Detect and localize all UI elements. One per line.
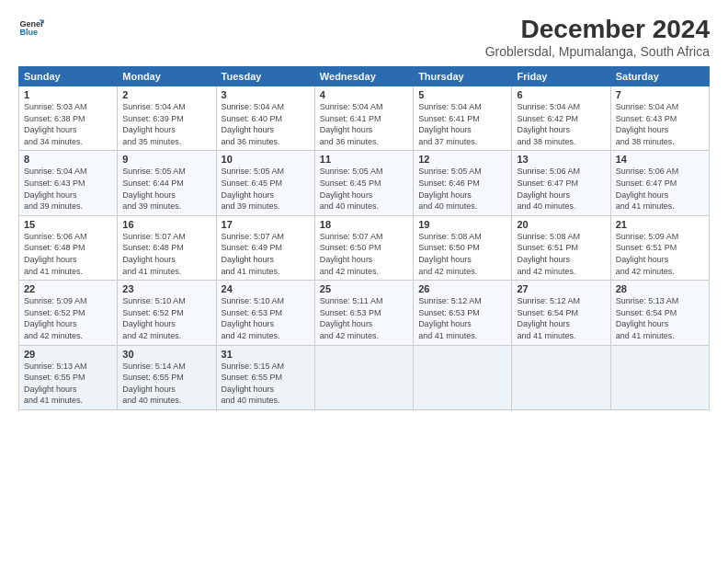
calendar-cell: 19 Sunrise: 5:08 AMSunset: 6:50 PMDaylig…: [414, 215, 512, 280]
table-row: 8 Sunrise: 5:04 AMSunset: 6:43 PMDayligh…: [19, 151, 710, 215]
calendar-cell: 21 Sunrise: 5:09 AMSunset: 6:51 PMDaylig…: [610, 215, 709, 280]
calendar-cell: 18 Sunrise: 5:07 AMSunset: 6:50 PMDaylig…: [314, 215, 413, 280]
calendar-cell: 24 Sunrise: 5:10 AMSunset: 6:53 PMDaylig…: [216, 281, 314, 345]
day-number: 14: [616, 154, 704, 165]
day-number: 7: [616, 89, 704, 100]
day-number: 25: [320, 283, 408, 294]
day-number: 8: [24, 154, 112, 165]
day-info: Sunrise: 5:14 AMSunset: 6:55 PMDaylight …: [122, 362, 186, 406]
day-number: 30: [122, 349, 210, 360]
table-row: 15 Sunrise: 5:06 AMSunset: 6:48 PMDaylig…: [19, 215, 710, 280]
day-number: 11: [320, 154, 408, 165]
day-number: 13: [517, 154, 605, 165]
calendar-cell: [512, 345, 610, 409]
calendar-cell: 20 Sunrise: 5:08 AMSunset: 6:51 PMDaylig…: [512, 215, 610, 280]
day-number: 17: [222, 219, 310, 230]
col-friday: Friday: [512, 67, 610, 86]
calendar-cell: 4 Sunrise: 5:04 AMSunset: 6:41 PMDayligh…: [314, 86, 413, 151]
day-number: 21: [616, 219, 704, 230]
calendar-cell: 27 Sunrise: 5:12 AMSunset: 6:54 PMDaylig…: [512, 281, 610, 345]
day-info: Sunrise: 5:06 AMSunset: 6:47 PMDaylight …: [517, 167, 580, 211]
day-info: Sunrise: 5:12 AMSunset: 6:54 PMDaylight …: [517, 296, 580, 340]
day-info: Sunrise: 5:04 AMSunset: 6:43 PMDaylight …: [24, 167, 87, 211]
col-thursday: Thursday: [414, 67, 512, 86]
calendar-cell: 10 Sunrise: 5:05 AMSunset: 6:45 PMDaylig…: [216, 151, 314, 215]
calendar-cell: 15 Sunrise: 5:06 AMSunset: 6:48 PMDaylig…: [19, 215, 118, 280]
calendar-cell: 2 Sunrise: 5:04 AMSunset: 6:39 PMDayligh…: [118, 86, 216, 151]
calendar-cell: 14 Sunrise: 5:06 AMSunset: 6:47 PMDaylig…: [610, 151, 709, 215]
day-info: Sunrise: 5:04 AMSunset: 6:41 PMDaylight …: [320, 102, 383, 146]
day-info: Sunrise: 5:13 AMSunset: 6:54 PMDaylight …: [616, 296, 679, 340]
day-number: 5: [418, 89, 506, 100]
day-info: Sunrise: 5:04 AMSunset: 6:43 PMDaylight …: [616, 102, 679, 146]
day-info: Sunrise: 5:09 AMSunset: 6:52 PMDaylight …: [24, 296, 87, 340]
calendar-cell: 23 Sunrise: 5:10 AMSunset: 6:52 PMDaylig…: [118, 281, 216, 345]
day-info: Sunrise: 5:07 AMSunset: 6:50 PMDaylight …: [320, 232, 383, 276]
calendar-cell: 13 Sunrise: 5:06 AMSunset: 6:47 PMDaylig…: [512, 151, 610, 215]
day-number: 28: [616, 283, 704, 294]
day-info: Sunrise: 5:08 AMSunset: 6:50 PMDaylight …: [418, 232, 482, 276]
calendar-cell: 29 Sunrise: 5:13 AMSunset: 6:55 PMDaylig…: [19, 345, 118, 409]
day-info: Sunrise: 5:12 AMSunset: 6:53 PMDaylight …: [418, 296, 482, 340]
title-block: December 2024 Groblersdal, Mpumalanga, S…: [485, 15, 710, 59]
calendar-cell: 28 Sunrise: 5:13 AMSunset: 6:54 PMDaylig…: [610, 281, 709, 345]
day-number: 10: [222, 154, 310, 165]
calendar-cell: 22 Sunrise: 5:09 AMSunset: 6:52 PMDaylig…: [19, 281, 118, 345]
calendar-cell: [314, 345, 413, 409]
day-info: Sunrise: 5:06 AMSunset: 6:48 PMDaylight …: [24, 232, 87, 276]
day-info: Sunrise: 5:08 AMSunset: 6:51 PMDaylight …: [517, 232, 580, 276]
day-info: Sunrise: 5:07 AMSunset: 6:48 PMDaylight …: [122, 232, 186, 276]
calendar-cell: 7 Sunrise: 5:04 AMSunset: 6:43 PMDayligh…: [610, 86, 709, 151]
day-info: Sunrise: 5:13 AMSunset: 6:55 PMDaylight …: [24, 362, 87, 406]
day-info: Sunrise: 5:07 AMSunset: 6:49 PMDaylight …: [222, 232, 285, 276]
calendar-cell: 3 Sunrise: 5:04 AMSunset: 6:40 PMDayligh…: [216, 86, 314, 151]
calendar-cell: 11 Sunrise: 5:05 AMSunset: 6:45 PMDaylig…: [314, 151, 413, 215]
col-wednesday: Wednesday: [314, 67, 413, 86]
day-number: 19: [418, 219, 506, 230]
calendar-cell: [610, 345, 709, 409]
day-info: Sunrise: 5:10 AMSunset: 6:52 PMDaylight …: [122, 296, 186, 340]
day-number: 27: [517, 283, 605, 294]
calendar-cell: 31 Sunrise: 5:15 AMSunset: 6:55 PMDaylig…: [216, 345, 314, 409]
day-number: 1: [24, 89, 112, 100]
day-number: 12: [418, 154, 506, 165]
day-number: 31: [222, 349, 310, 360]
day-number: 22: [24, 283, 112, 294]
calendar-cell: 6 Sunrise: 5:04 AMSunset: 6:42 PMDayligh…: [512, 86, 610, 151]
calendar-cell: 5 Sunrise: 5:04 AMSunset: 6:41 PMDayligh…: [414, 86, 512, 151]
page: General Blue December 2024 Groblersdal, …: [0, 0, 728, 563]
day-number: 2: [122, 89, 210, 100]
day-number: 23: [122, 283, 210, 294]
calendar-table: Sunday Monday Tuesday Wednesday Thursday…: [18, 66, 710, 410]
calendar-cell: 30 Sunrise: 5:14 AMSunset: 6:55 PMDaylig…: [118, 345, 216, 409]
day-info: Sunrise: 5:04 AMSunset: 6:42 PMDaylight …: [517, 102, 580, 146]
svg-text:Blue: Blue: [19, 28, 38, 37]
col-sunday: Sunday: [19, 67, 118, 86]
table-row: 29 Sunrise: 5:13 AMSunset: 6:55 PMDaylig…: [19, 345, 710, 409]
page-title: December 2024: [485, 15, 710, 44]
day-info: Sunrise: 5:05 AMSunset: 6:44 PMDaylight …: [122, 167, 186, 211]
day-info: Sunrise: 5:05 AMSunset: 6:46 PMDaylight …: [418, 167, 482, 211]
col-monday: Monday: [118, 67, 216, 86]
day-number: 3: [222, 89, 310, 100]
day-number: 18: [320, 219, 408, 230]
table-row: 22 Sunrise: 5:09 AMSunset: 6:52 PMDaylig…: [19, 281, 710, 345]
calendar-cell: 8 Sunrise: 5:04 AMSunset: 6:43 PMDayligh…: [19, 151, 118, 215]
page-subtitle: Groblersdal, Mpumalanga, South Africa: [485, 44, 710, 59]
header-row: Sunday Monday Tuesday Wednesday Thursday…: [19, 67, 710, 86]
day-info: Sunrise: 5:04 AMSunset: 6:41 PMDaylight …: [418, 102, 482, 146]
col-tuesday: Tuesday: [216, 67, 314, 86]
calendar-cell: 26 Sunrise: 5:12 AMSunset: 6:53 PMDaylig…: [414, 281, 512, 345]
calendar-cell: 25 Sunrise: 5:11 AMSunset: 6:53 PMDaylig…: [314, 281, 413, 345]
calendar-cell: 16 Sunrise: 5:07 AMSunset: 6:48 PMDaylig…: [118, 215, 216, 280]
day-info: Sunrise: 5:09 AMSunset: 6:51 PMDaylight …: [616, 232, 679, 276]
day-number: 20: [517, 219, 605, 230]
calendar-cell: 17 Sunrise: 5:07 AMSunset: 6:49 PMDaylig…: [216, 215, 314, 280]
logo-icon: General Blue: [18, 15, 44, 40]
calendar-cell: [414, 345, 512, 409]
day-number: 9: [122, 154, 210, 165]
calendar-cell: 12 Sunrise: 5:05 AMSunset: 6:46 PMDaylig…: [414, 151, 512, 215]
logo: General Blue: [18, 15, 44, 40]
table-row: 1 Sunrise: 5:03 AMSunset: 6:38 PMDayligh…: [19, 86, 710, 151]
day-info: Sunrise: 5:10 AMSunset: 6:53 PMDaylight …: [222, 296, 285, 340]
